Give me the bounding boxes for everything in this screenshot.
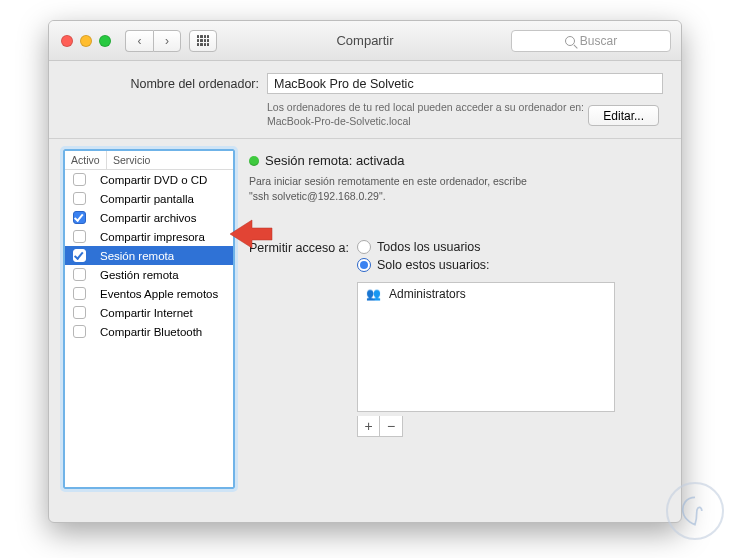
search-icon [565, 36, 575, 46]
service-checkbox[interactable] [73, 268, 86, 281]
maximize-icon[interactable] [99, 35, 111, 47]
radio-only-label: Solo estos usuarios: [377, 258, 490, 272]
service-checkbox[interactable] [73, 325, 86, 338]
service-label: Sesión remota [100, 250, 174, 262]
column-active: Activo [65, 151, 107, 169]
radio-all-label: Todos los usuarios [377, 240, 481, 254]
radio-only-users[interactable]: Solo estos usuarios: [357, 258, 615, 272]
search-placeholder: Buscar [580, 34, 617, 48]
service-checkbox[interactable] [73, 249, 86, 262]
computer-name-input[interactable] [267, 73, 663, 94]
service-label: Eventos Apple remotos [100, 288, 218, 300]
forward-button[interactable]: › [153, 30, 181, 52]
service-item[interactable]: Compartir pantalla [65, 189, 233, 208]
remove-user-button[interactable]: − [380, 416, 402, 436]
status-indicator-icon [249, 156, 259, 166]
column-service: Servicio [107, 151, 156, 169]
service-checkbox[interactable] [73, 192, 86, 205]
service-item[interactable]: Compartir impresora [65, 227, 233, 246]
service-item[interactable]: Compartir Internet [65, 303, 233, 322]
service-label: Compartir Internet [100, 307, 193, 319]
service-checkbox[interactable] [73, 287, 86, 300]
back-button[interactable]: ‹ [125, 30, 153, 52]
sharing-preferences-window: ‹ › Compartir Buscar Nombre del ordenado… [48, 20, 682, 523]
service-checkbox[interactable] [73, 230, 86, 243]
traffic-lights [61, 35, 111, 47]
service-label: Compartir impresora [100, 231, 205, 243]
services-list[interactable]: Activo Servicio Compartir DVD o CDCompar… [63, 149, 235, 489]
add-user-button[interactable]: + [358, 416, 380, 436]
status-instruction: Para iniciar sesión remotamente en este … [249, 174, 569, 203]
service-item[interactable]: Compartir DVD o CD [65, 170, 233, 189]
service-checkbox[interactable] [73, 173, 86, 186]
service-label: Compartir archivos [100, 212, 197, 224]
computer-name-label: Nombre del ordenador: [67, 77, 259, 91]
show-all-button[interactable] [189, 30, 217, 52]
service-label: Compartir pantalla [100, 193, 194, 205]
service-item[interactable]: Sesión remota [65, 246, 233, 265]
minimize-icon[interactable] [80, 35, 92, 47]
watermark-icon [666, 482, 724, 540]
users-list[interactable]: 👥 Administrators [357, 282, 615, 412]
radio-all-users[interactable]: Todos los usuarios [357, 240, 615, 254]
status-row: Sesión remota: activada [249, 153, 667, 168]
service-item[interactable]: Gestión remota [65, 265, 233, 284]
search-field[interactable]: Buscar [511, 30, 671, 52]
service-label: Gestión remota [100, 269, 179, 281]
service-label: Compartir Bluetooth [100, 326, 202, 338]
titlebar: ‹ › Compartir Buscar [49, 21, 681, 61]
users-icon: 👥 [366, 287, 381, 301]
service-checkbox[interactable] [73, 306, 86, 319]
status-title: Sesión remota: activada [265, 153, 404, 168]
service-checkbox[interactable] [73, 211, 86, 224]
access-row: Permitir acceso a: Todos los usuarios So… [249, 240, 667, 437]
user-name: Administrators [389, 287, 466, 301]
radio-icon [357, 240, 371, 254]
nav-segment: ‹ › [125, 30, 181, 52]
radio-icon [357, 258, 371, 272]
service-label: Compartir DVD o CD [100, 174, 207, 186]
user-row[interactable]: 👥 Administrators [358, 283, 614, 305]
service-detail-pane: Sesión remota: activada Para iniciar ses… [249, 149, 667, 489]
services-header: Activo Servicio [65, 151, 233, 170]
service-item[interactable]: Eventos Apple remotos [65, 284, 233, 303]
main-area: Activo Servicio Compartir DVD o CDCompar… [49, 139, 681, 499]
service-item[interactable]: Compartir archivos [65, 208, 233, 227]
edit-button[interactable]: Editar... [588, 105, 659, 126]
add-remove-group: + − [357, 416, 403, 437]
close-icon[interactable] [61, 35, 73, 47]
computer-name-section: Nombre del ordenador: Los ordenadores de… [49, 61, 681, 139]
service-item[interactable]: Compartir Bluetooth [65, 322, 233, 341]
access-label: Permitir acceso a: [249, 240, 349, 437]
